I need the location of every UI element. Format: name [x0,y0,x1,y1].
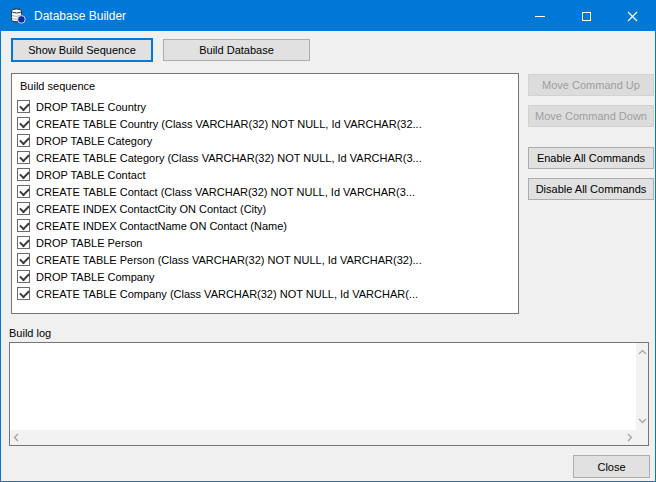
command-text: DROP TABLE Company [36,271,155,283]
command-row[interactable]: DROP TABLE Country [17,98,516,115]
command-row[interactable]: DROP TABLE Company [17,268,516,285]
command-text: CREATE TABLE Company (Class VARCHAR(32) … [36,288,418,300]
show-build-sequence-button[interactable]: Show Build Sequence [11,38,153,62]
build-database-button[interactable]: Build Database [163,39,310,61]
build-log-label: Build log [9,327,51,339]
window-title: Database Builder [34,9,126,23]
command-row[interactable]: CREATE TABLE Category (Class VARCHAR(32)… [17,149,516,166]
command-text: CREATE INDEX ContactCity ON Contact (Cit… [36,203,266,215]
move-command-up-button[interactable]: Move Command Up [528,74,654,96]
close-window-button[interactable] [609,1,655,31]
scrollbar-corner [636,430,648,445]
checkbox-checked-icon[interactable] [17,270,30,283]
disable-all-commands-button[interactable]: Disable All Commands [528,178,654,200]
scroll-down-icon[interactable] [636,414,648,428]
checkbox-checked-icon[interactable] [17,117,30,130]
minimize-icon [535,16,545,17]
build-sequence-label: Build sequence [20,80,95,92]
database-icon [10,8,26,24]
command-text: CREATE TABLE Contact (Class VARCHAR(32) … [36,186,415,198]
checkbox-checked-icon[interactable] [17,185,30,198]
build-sequence-panel: Build sequence DROP TABLE Country CREATE… [11,73,519,314]
command-row[interactable]: CREATE TABLE Country (Class VARCHAR(32) … [17,115,516,132]
checkbox-checked-icon[interactable] [17,168,30,181]
checkbox-checked-icon[interactable] [17,202,30,215]
build-log-textarea[interactable] [9,342,649,446]
enable-all-commands-button[interactable]: Enable All Commands [528,147,654,169]
checkbox-checked-icon[interactable] [17,253,30,266]
database-builder-window: Database Builder Show Build Sequence Bui… [0,0,656,482]
command-row[interactable]: CREATE TABLE Company (Class VARCHAR(32) … [17,285,516,302]
command-text: CREATE INDEX ContactName ON Contact (Nam… [36,220,287,232]
scroll-left-icon[interactable] [10,431,22,445]
command-text: CREATE TABLE Category (Class VARCHAR(32)… [36,152,422,164]
checkbox-checked-icon[interactable] [17,287,30,300]
close-button[interactable]: Close [573,455,650,478]
command-row[interactable]: CREATE INDEX ContactCity ON Contact (Cit… [17,200,516,217]
close-icon [627,11,638,22]
checkbox-checked-icon[interactable] [17,151,30,164]
command-text: CREATE TABLE Country (Class VARCHAR(32) … [36,118,422,130]
horizontal-scrollbar[interactable] [10,430,636,445]
command-text: CREATE TABLE Person (Class VARCHAR(32) N… [36,254,422,266]
vertical-scrollbar[interactable] [636,343,648,430]
command-row[interactable]: DROP TABLE Category [17,132,516,149]
command-row[interactable]: CREATE TABLE Person (Class VARCHAR(32) N… [17,251,516,268]
build-sequence-list: DROP TABLE Country CREATE TABLE Country … [17,98,516,302]
command-text: DROP TABLE Contact [36,169,145,181]
scroll-right-icon[interactable] [624,431,636,445]
checkbox-checked-icon[interactable] [17,236,30,249]
maximize-icon [582,12,591,21]
maximize-button[interactable] [563,1,609,31]
command-text: DROP TABLE Country [36,101,146,113]
command-row[interactable]: DROP TABLE Contact [17,166,516,183]
scroll-up-icon[interactable] [636,345,648,359]
checkbox-checked-icon[interactable] [17,219,30,232]
build-log-content [13,345,634,428]
command-text: DROP TABLE Person [36,237,142,249]
command-row[interactable]: CREATE INDEX ContactName ON Contact (Nam… [17,217,516,234]
command-text: DROP TABLE Category [36,135,152,147]
titlebar[interactable]: Database Builder [1,1,655,31]
checkbox-checked-icon[interactable] [17,134,30,147]
command-row[interactable]: DROP TABLE Person [17,234,516,251]
checkbox-checked-icon[interactable] [17,100,30,113]
move-command-down-button[interactable]: Move Command Down [528,105,654,127]
minimize-button[interactable] [517,1,563,31]
command-row[interactable]: CREATE TABLE Contact (Class VARCHAR(32) … [17,183,516,200]
